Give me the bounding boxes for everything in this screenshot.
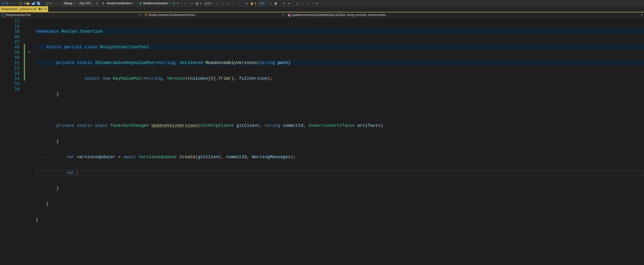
line-number: 14 [0, 23, 20, 29]
main-toolbar: ▾ ▾ ▾ ▾ ▾ Debug Any CPU ⚙ ModifyVsixMani… [0, 0, 644, 7]
separator [214, 1, 214, 5]
code-editor[interactable]: 12 14 38 46 47 48 49 50 51 52 53 54 55 5… [0, 18, 644, 265]
line-number: 48 [0, 44, 20, 50]
nav-type-label: Roslyn.Insertion.RoslynInsertionTool [148, 13, 195, 17]
redo-dropdown: ▾ [57, 1, 58, 6]
separator [267, 1, 267, 5]
indent-button[interactable]: ⇥ [244, 1, 249, 6]
up-arrow-button[interactable]: ↑ [230, 1, 236, 6]
separator [137, 1, 138, 5]
line-number: 52 [0, 65, 20, 71]
collapse-chevron-icon[interactable] [28, 50, 32, 54]
line-number: 55 [0, 81, 20, 86]
nav-project-dropdown[interactable]: RoslynInsertionTool [0, 12, 143, 17]
nav-member-dropdown[interactable]: UpdateVsixVersions(GitHttpClient gitClie… [286, 12, 644, 17]
tool2-button[interactable]: ▦ [273, 1, 278, 6]
layout-button[interactable]: ▥ [194, 1, 199, 6]
startup-project-dropdown[interactable]: ModifyVsixManifest [106, 1, 135, 6]
layout-dropdown[interactable]: ▾ [199, 1, 201, 6]
toggle-button: ◱ [225, 1, 230, 6]
code-line[interactable]: ····} [36, 202, 644, 207]
svg-rect-2 [20, 2, 22, 4]
bookmark-prev-button: ◻ [300, 1, 306, 6]
line-number: 12 [0, 18, 20, 23]
format-button[interactable]: ≡ [282, 1, 287, 6]
svg-point-1 [9, 2, 12, 5]
code-line[interactable]: ········private·static·async·Task<GitCha… [36, 123, 644, 128]
down-arrow-button[interactable]: ↓ [236, 1, 241, 6]
code-surface[interactable]: namespace Roslyn.Insertion ····static pa… [36, 18, 644, 265]
line-number: 56 [0, 86, 20, 92]
solution-platform-dropdown[interactable]: Any CPU [78, 1, 99, 6]
stack-frame-button[interactable]: ◫◫ [204, 1, 210, 6]
line-number: 38 [0, 29, 20, 34]
attach-button: ⚬ [178, 1, 184, 6]
start-debug-button[interactable]: ModifyVsixManifest [138, 1, 172, 6]
tab-active[interactable]: RoslynInsert...yVersions.cs* �મ ✕ [0, 6, 48, 12]
separator [188, 1, 188, 5]
code-line[interactable]: ········{ [36, 139, 644, 144]
lock-dropdown[interactable]: ▾ [254, 1, 256, 6]
new-project-button[interactable] [18, 1, 24, 6]
navigation-bar: RoslynInsertionTool Roslyn.Insertion.Ros… [0, 12, 644, 18]
close-icon[interactable]: ✕ [44, 7, 47, 11]
class-icon [144, 13, 148, 17]
tab-well: RoslynInsert...yVersions.cs* �મ ✕ [0, 7, 644, 12]
separator [203, 1, 204, 5]
separator [43, 1, 43, 5]
separator [258, 1, 258, 5]
outline-margin [24, 18, 36, 265]
tab-title: RoslynInsert...yVersions.cs* [2, 7, 37, 11]
bookmark-next-button: ◻ [306, 1, 311, 6]
svg-point-10 [146, 15, 146, 16]
code-line[interactable] [36, 233, 644, 238]
toolbox-button[interactable]: ▭ [189, 1, 194, 6]
build-button[interactable]: ⚙ [100, 1, 106, 6]
bookmark-button[interactable]: ◻ [295, 1, 300, 6]
run-target-label: ModifyVsixManifest [143, 2, 168, 5]
csharp-project-icon [2, 13, 5, 17]
code-line[interactable]: ········} [36, 186, 644, 191]
code-line[interactable]: ········private static IEnumerable<KeyVa… [36, 60, 644, 65]
code-line[interactable]: ····static partial class RoslynInsertion… [36, 44, 644, 50]
svg-point-0 [2, 2, 5, 5]
bookmark-dropdown[interactable]: ▾ [316, 1, 318, 6]
line-number: 49 [0, 50, 20, 55]
lock-icon[interactable]: 🔒 [249, 1, 254, 6]
open-file-button[interactable] [26, 1, 31, 6]
code-line-current[interactable]: ············var [36, 170, 644, 175]
outdent2-button[interactable]: ⇤ [287, 1, 292, 6]
code-line[interactable]: namespace Roslyn.Insertion [36, 29, 644, 34]
code-line[interactable]: ············var·versionsUpdater·=·await·… [36, 154, 644, 160]
line-number: 54 [0, 76, 20, 81]
save-button[interactable] [31, 1, 36, 6]
change-indicator [24, 44, 25, 81]
svg-rect-4 [32, 2, 34, 3]
code-line[interactable] [36, 107, 644, 112]
code-line[interactable]: } [36, 217, 644, 223]
solution-config-dropdown[interactable]: Debug [62, 1, 77, 6]
code-line[interactable]: ········} [36, 92, 644, 97]
nav-back-button[interactable] [1, 1, 6, 6]
pin-icon[interactable]: �મ [38, 7, 43, 11]
nav-type-dropdown[interactable]: Roslyn.Insertion.RoslynInsertionTool [143, 12, 286, 17]
code-line[interactable]: ···················select·new·KeyValuePa… [36, 76, 644, 81]
start-without-debug-button[interactable] [172, 1, 177, 6]
undo-dropdown[interactable]: ▾ [50, 1, 52, 6]
save-all-button[interactable] [36, 1, 41, 6]
line-number: 50 [0, 55, 20, 60]
stack-dropdown[interactable]: ▾ [210, 1, 212, 6]
nav-back-dropdown[interactable]: ▾ [6, 1, 8, 6]
new-project-dropdown[interactable]: ▾ [24, 1, 26, 6]
tool1-button[interactable]: ⮌ [268, 1, 273, 6]
nav-member-label: UpdateVsixVersions(GitHttpClient gitClie… [292, 13, 386, 17]
bookmark-clear-button: ◻ [311, 1, 316, 6]
start-dropdown[interactable]: ▾ [177, 1, 178, 6]
nav-fwd-button [8, 1, 13, 6]
separator [280, 1, 280, 5]
abc-spellcheck-button[interactable]: abc [259, 2, 265, 5]
undo-button[interactable] [44, 1, 50, 6]
svg-point-9 [146, 14, 147, 15]
svg-point-12 [289, 15, 290, 17]
text-caret [77, 171, 78, 175]
